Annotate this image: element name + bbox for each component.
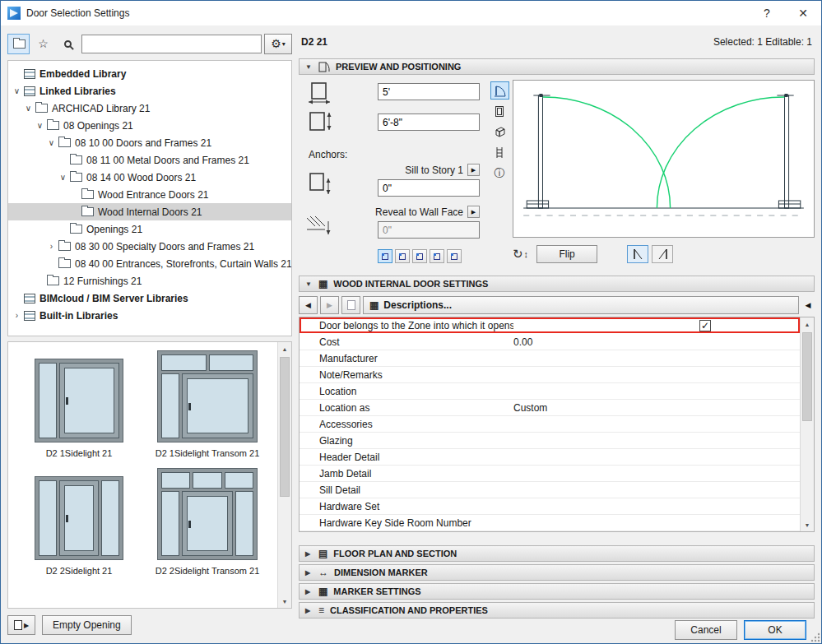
cancel-button[interactable]: Cancel xyxy=(675,620,737,640)
section-preview-and-positioning[interactable]: ▼ PREVIEW AND POSITIONING xyxy=(299,58,815,75)
parameter-row[interactable]: Sill Detail xyxy=(300,482,800,498)
ok-button[interactable]: OK xyxy=(744,620,806,640)
parameter-scrollbar[interactable]: ▲ ▼ xyxy=(800,317,814,531)
flip-button[interactable]: Flip xyxy=(536,245,597,263)
expand-arrow-icon[interactable]: › xyxy=(46,242,57,251)
tree-item[interactable]: BIMcloud / BIM Server Libraries xyxy=(8,290,291,307)
preview-info-button[interactable]: ⓘ xyxy=(490,164,509,182)
collapse-arrow-icon[interactable]: ∨ xyxy=(58,173,68,182)
thumbnail-item[interactable]: D2 1Sidelight 21 xyxy=(15,350,143,458)
close-button[interactable]: ✕ xyxy=(785,1,821,25)
anchor-option-5[interactable] xyxy=(447,249,462,263)
tree-item[interactable]: ∨Linked Libraries xyxy=(8,82,291,100)
preview-mode-elevation-button[interactable] xyxy=(490,102,509,120)
preview-canvas[interactable] xyxy=(513,80,815,238)
parameter-row[interactable]: Cost0.00 xyxy=(300,334,800,350)
thumbnail-scroll-thumb[interactable] xyxy=(280,357,290,497)
collapse-arrow-icon[interactable]: ∨ xyxy=(12,86,22,95)
section-marker-settings[interactable]: ▶▦MARKER SETTINGS xyxy=(299,583,815,600)
empty-opening-button[interactable]: Empty Opening xyxy=(42,615,132,635)
parameter-row[interactable]: Location xyxy=(300,383,800,400)
load-other-object-button[interactable]: ▶ xyxy=(7,615,35,635)
tree-item[interactable]: 08 11 00 Metal Doors and Frames 21 xyxy=(8,151,291,169)
library-tree[interactable]: Embedded Library∨Linked Libraries∨ARCHIC… xyxy=(7,60,292,336)
elevation-view-icon xyxy=(494,105,505,118)
descriptions-dropdown[interactable]: ▦ Descriptions... xyxy=(363,296,799,314)
parameter-row[interactable]: Manufacturer xyxy=(300,350,800,367)
tree-item[interactable]: ›08 30 00 Specialty Doors and Frames 21 xyxy=(8,238,291,255)
tree-item[interactable]: ∨ARCHICAD Library 21 xyxy=(8,100,291,117)
tree-item[interactable]: Openings 21 xyxy=(8,220,291,238)
parameter-row[interactable]: Note/Remarks xyxy=(300,367,800,383)
parameter-row[interactable]: Location asCustom xyxy=(300,400,800,416)
parameter-row[interactable]: Glazing xyxy=(300,433,800,449)
collapse-arrow-icon[interactable]: ∨ xyxy=(46,138,57,147)
tree-item[interactable]: ›Built-in Libraries xyxy=(8,307,291,324)
scroll-down-icon[interactable]: ▼ xyxy=(801,518,815,531)
anchor-option-3[interactable] xyxy=(412,249,427,263)
preview-mode-3d-button[interactable] xyxy=(490,123,509,141)
collapse-arrow-icon[interactable]: ∨ xyxy=(23,104,34,113)
door-width-input[interactable] xyxy=(378,83,480,100)
section-dimension-marker[interactable]: ▶↔DIMENSION MARKER xyxy=(299,564,815,581)
thumbnail-item[interactable]: D2 1Sidelight Transom 21 xyxy=(143,350,272,458)
zone-checkbox[interactable]: ✓ xyxy=(699,320,711,331)
section-floor-plan-and-section[interactable]: ▶▤FLOOR PLAN AND SECTION xyxy=(299,545,815,562)
collapse-arrow-icon[interactable]: ∨ xyxy=(35,121,45,130)
thumbnail-item[interactable] xyxy=(15,586,143,609)
thumbnail-scrollbar[interactable]: ▲ ▼ xyxy=(277,342,291,608)
parameter-row[interactable]: Hardware Set xyxy=(300,498,800,515)
mirror-right-button[interactable] xyxy=(652,245,673,263)
tree-item[interactable]: Wood Internal Doors 21 xyxy=(8,203,291,220)
tree-item[interactable]: ∨08 Openings 21 xyxy=(8,117,291,134)
scroll-up-icon[interactable]: ▲ xyxy=(801,317,815,331)
parameter-scroll-thumb[interactable] xyxy=(802,332,812,421)
parameter-row[interactable]: Hardware Key Side Room Number xyxy=(300,515,800,531)
anchor-option-1[interactable] xyxy=(378,249,392,263)
tree-item[interactable]: Embedded Library xyxy=(8,65,291,82)
section-wood-internal-door-settings[interactable]: ▼ ▦ WOOD INTERNAL DOOR SETTINGS xyxy=(299,276,815,292)
search-input[interactable] xyxy=(81,35,262,53)
parameter-flyout-button[interactable]: ◀ xyxy=(801,301,815,309)
preview-mode-section-button[interactable] xyxy=(490,143,509,161)
reveal-anchor-flyout-button[interactable]: ▶ xyxy=(467,206,480,218)
tree-item[interactable]: Wood Entrance Doors 21 xyxy=(8,186,291,203)
tree-item[interactable]: 08 40 00 Entrances, Storefronts, Curtain… xyxy=(8,255,291,272)
sill-anchor-flyout-button[interactable]: ▶ xyxy=(467,164,480,176)
scroll-up-icon[interactable]: ▲ xyxy=(278,342,292,355)
next-page-button[interactable]: ▶ xyxy=(320,296,339,314)
expand-arrow-icon[interactable]: › xyxy=(12,311,22,320)
anchor-option-2[interactable] xyxy=(395,249,410,263)
folder-view-button[interactable] xyxy=(7,34,30,54)
thumbnail-item[interactable] xyxy=(143,586,272,609)
parameter-row[interactable]: Accessories xyxy=(300,416,800,433)
tree-item[interactable]: ∨08 14 00 Wood Doors 21 xyxy=(8,169,291,186)
settings-menu-button[interactable]: ⚙ ▾ xyxy=(264,34,292,54)
help-button[interactable]: ? xyxy=(749,1,785,25)
previous-page-button[interactable]: ◀ xyxy=(299,296,318,314)
parameter-scroll-track[interactable] xyxy=(801,331,814,518)
section-classification-and-properties[interactable]: ▶≡CLASSIFICATION AND PROPERTIES xyxy=(299,602,815,619)
search-view-button[interactable] xyxy=(57,34,79,54)
sill-height-input[interactable] xyxy=(378,179,480,197)
reveal-depth-input[interactable] xyxy=(378,221,480,239)
rotation-control[interactable]: ↻ ↕ xyxy=(513,247,528,262)
favorites-button[interactable]: ☆ xyxy=(32,34,54,54)
section-label: FLOOR PLAN AND SECTION xyxy=(333,549,457,558)
title-bar[interactable]: Door Selection Settings ? ✕ xyxy=(1,1,821,25)
parameter-row[interactable]: Door belongs to the Zone into which it o… xyxy=(300,317,800,334)
door-height-input[interactable] xyxy=(378,114,480,131)
resize-grip[interactable] xyxy=(810,632,820,642)
thumbnail-item[interactable]: D2 2Sidelight Transom 21 xyxy=(143,468,272,576)
tree-item[interactable]: ∨08 10 00 Doors and Frames 21 xyxy=(8,134,291,151)
anchor-option-4[interactable] xyxy=(430,249,444,263)
tree-item[interactable]: 12 Furnishings 21 xyxy=(8,272,291,290)
parameter-row[interactable]: Jamb Detail xyxy=(300,466,800,482)
thumbnail-item[interactable]: D2 2Sidelight 21 xyxy=(15,468,143,576)
preview-mode-plan-button[interactable] xyxy=(490,81,509,100)
scroll-down-icon[interactable]: ▼ xyxy=(278,595,292,608)
mirror-left-button[interactable] xyxy=(627,245,648,263)
parameter-row[interactable]: Header Detail xyxy=(300,449,800,466)
thumbnail-scroll-track[interactable] xyxy=(278,355,291,595)
transfer-settings-button[interactable] xyxy=(341,296,360,314)
